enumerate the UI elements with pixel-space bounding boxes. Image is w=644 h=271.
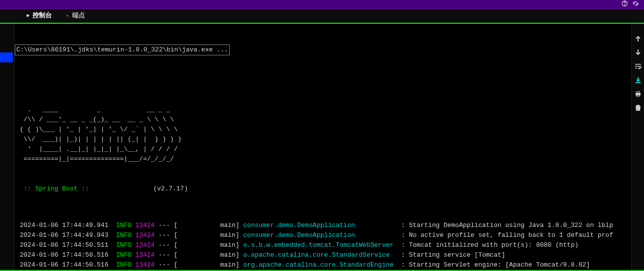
title-bar bbox=[0, 0, 644, 9]
tab-console-label: 控制台 bbox=[33, 11, 52, 20]
svg-rect-4 bbox=[637, 95, 640, 96]
spring-banner-ascii: . ____ _ __ _ _ /\\ / ___'_ __ _ _(_)_ _… bbox=[15, 105, 631, 164]
tab-bar: ▶ 控制台 ✦ 端点 bbox=[0, 9, 644, 24]
log-lines: 2024-01-06 17:44:49.941 INFO 13424 --- [… bbox=[15, 214, 631, 270]
spring-boot-version: (v2.7.17) bbox=[153, 185, 188, 192]
command-line: C:\Users\86191\.jdks\temurin-1.8.0_322\b… bbox=[15, 45, 230, 55]
log-line: 2024-01-06 17:44:50.516 INFO 13424 --- [… bbox=[20, 260, 631, 270]
arrow-up-icon[interactable] bbox=[633, 34, 643, 44]
gutter-marker[interactable] bbox=[0, 52, 13, 62]
log-line: 2024-01-06 17:44:49.941 INFO 13424 --- [… bbox=[20, 221, 631, 230]
help-icon[interactable] bbox=[621, 0, 628, 9]
scroll-to-end-icon[interactable] bbox=[633, 75, 643, 85]
right-toolbar bbox=[631, 24, 644, 270]
endpoints-icon: ✦ bbox=[66, 12, 69, 19]
spring-boot-line: :: Spring Boot :: (v2.7.17) bbox=[15, 184, 631, 194]
svg-point-1 bbox=[624, 4, 625, 5]
main-area: C:\Users\86191\.jdks\temurin-1.8.0_322\b… bbox=[0, 24, 644, 270]
play-icon: ▶ bbox=[27, 12, 30, 18]
trash-icon[interactable] bbox=[633, 103, 643, 113]
soft-wrap-icon[interactable] bbox=[633, 61, 643, 71]
log-line: 2024-01-06 17:44:49.943 INFO 13424 --- [… bbox=[20, 230, 631, 240]
gear-icon[interactable] bbox=[632, 0, 639, 9]
tab-console[interactable]: ▶ 控制台 bbox=[20, 8, 59, 23]
log-line: 2024-01-06 17:44:50.516 INFO 13424 --- [… bbox=[20, 250, 631, 260]
console-output[interactable]: C:\Users\86191\.jdks\temurin-1.8.0_322\b… bbox=[15, 24, 631, 270]
tab-endpoints-label: 端点 bbox=[72, 11, 85, 20]
spring-boot-label: :: Spring Boot :: bbox=[20, 185, 93, 192]
left-gutter bbox=[0, 24, 15, 270]
svg-rect-3 bbox=[637, 91, 640, 93]
arrow-down-icon[interactable] bbox=[633, 47, 643, 57]
log-line: 2024-01-06 17:44:50.511 INFO 13424 --- [… bbox=[20, 240, 631, 250]
print-icon[interactable] bbox=[633, 89, 643, 99]
tab-endpoints[interactable]: ✦ 端点 bbox=[59, 8, 92, 23]
